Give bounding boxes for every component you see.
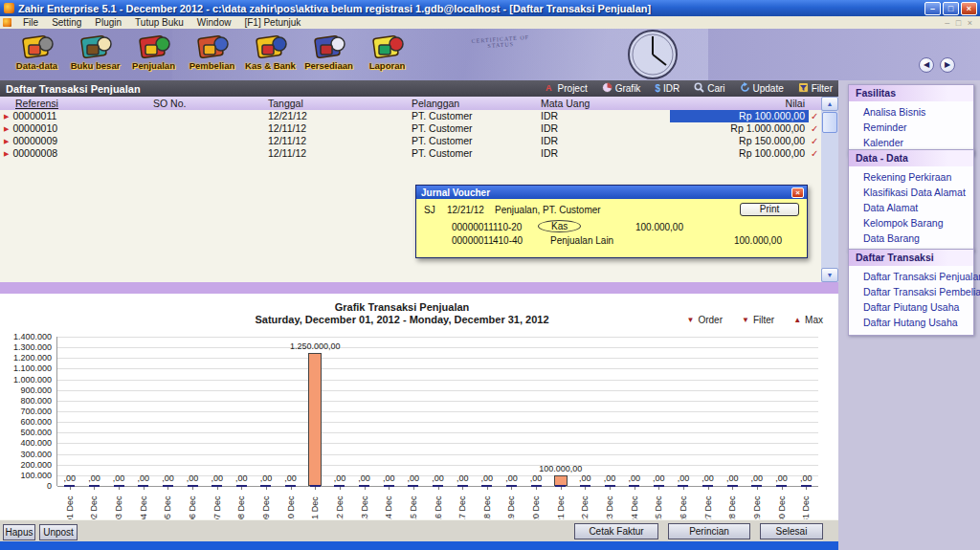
y-axis-label: 0 bbox=[0, 481, 52, 491]
unpost-button[interactable]: Unpost bbox=[39, 524, 78, 540]
x-axis-label: 09 Dec bbox=[261, 491, 271, 523]
toolbar-item-pembelian[interactable]: Pembelian bbox=[183, 32, 241, 71]
toolbar-item-data-data[interactable]: Data-data bbox=[8, 32, 66, 71]
toolbar-item-label: Data-data bbox=[8, 61, 66, 71]
zero-value-label: ,00 bbox=[187, 473, 199, 483]
toolbar-item-laporan[interactable]: Laporan bbox=[358, 32, 416, 71]
status-strip bbox=[0, 541, 838, 550]
scrollbar-thumb[interactable] bbox=[822, 112, 837, 133]
cell-so_no bbox=[144, 122, 258, 135]
chart-button-label: Order bbox=[698, 315, 723, 325]
bar-11-dec[interactable] bbox=[308, 353, 322, 486]
restore-icon[interactable]: □ bbox=[943, 2, 959, 15]
chart-button-filter[interactable]: ▼Filter bbox=[742, 315, 774, 325]
menu-item-setting[interactable]: Setting bbox=[45, 17, 88, 28]
sidebar-item-daftar-piutang-usaha[interactable]: Daftar Piutang Usaha bbox=[863, 301, 973, 313]
toolbar-item-penjualan[interactable]: Penjualan bbox=[124, 32, 183, 71]
arrow-down-icon: ▼ bbox=[742, 316, 749, 324]
mdi-window-controls-icon[interactable]: – □ × bbox=[945, 18, 980, 28]
menu-item-window[interactable]: Window bbox=[190, 17, 238, 28]
chart-button-order[interactable]: ▼Order bbox=[687, 315, 723, 325]
voucher-close-icon[interactable]: × bbox=[791, 187, 804, 198]
sidebar-item-kelompok-barang[interactable]: Kelompok Barang bbox=[863, 217, 973, 229]
action-cari[interactable]: Cari bbox=[694, 82, 724, 95]
selesai-button[interactable]: Selesai bbox=[760, 523, 823, 539]
zero-value-label: ,00 bbox=[604, 473, 616, 483]
data-data-icon bbox=[16, 32, 58, 61]
sidebar-item-data-alamat[interactable]: Data Alamat bbox=[863, 202, 973, 213]
menu-item-tutup-buku[interactable]: Tutup Buku bbox=[128, 17, 190, 28]
sidebar-item-kalender[interactable]: Kalender bbox=[863, 137, 973, 148]
x-axis-label: 30 Dec bbox=[777, 491, 787, 523]
nav-back-icon[interactable]: ◀ bbox=[919, 57, 934, 73]
action-idr[interactable]: $IDR bbox=[655, 82, 679, 95]
column-header-tanggal[interactable]: Tanggal bbox=[258, 98, 402, 109]
table-row[interactable]: ▶0000000812/11/12PT. CustomerIDRRp 100.0… bbox=[0, 147, 821, 160]
cell-nilai: Rp 150.000,00 bbox=[670, 135, 809, 147]
action-filter[interactable]: Filter bbox=[798, 82, 833, 95]
gridline bbox=[57, 411, 818, 412]
sidebar-item-daftar-transaksi-penjualan[interactable]: Daftar Transaksi Penjualan bbox=[863, 271, 973, 282]
action-update[interactable]: Update bbox=[740, 82, 784, 95]
close-icon[interactable]: × bbox=[961, 2, 977, 15]
x-tick bbox=[806, 487, 807, 490]
x-axis-label: 08 Dec bbox=[236, 491, 246, 523]
sidebar-item-klasifikasi-data-alamat[interactable]: Klasifikasi Data Alamat bbox=[863, 187, 973, 198]
action-project[interactable]: AProject bbox=[545, 82, 588, 95]
sidebar-item-rekening-perkiraan[interactable]: Rekening Perkiraan bbox=[863, 171, 973, 183]
sidebar-item-daftar-transaksi-pembelian[interactable]: Daftar Transaksi Pembelian bbox=[863, 286, 973, 297]
cell-nilai: Rp 1.000.000,00 bbox=[670, 122, 809, 135]
zero-value-label: ,00 bbox=[260, 473, 273, 483]
sidebar-item-analisa-bisnis[interactable]: Analisa Bisnis bbox=[863, 106, 973, 118]
toolbar-item-buku-besar[interactable]: Buku besar bbox=[66, 32, 124, 71]
cetak-faktur-button[interactable]: Cetak Faktur bbox=[574, 523, 658, 539]
table-row[interactable]: ▶0000000912/11/12PT. CustomerIDRRp 150.0… bbox=[0, 135, 821, 147]
menu-item-plugin[interactable]: Plugin bbox=[88, 17, 128, 28]
hapus-button[interactable]: Hapus bbox=[3, 524, 35, 540]
posted-check-icon: ✓ bbox=[809, 110, 821, 122]
cell-pelanggan: PT. Customer bbox=[402, 135, 531, 147]
child-window-icon bbox=[3, 18, 11, 27]
sidebar-item-reminder[interactable]: Reminder bbox=[863, 121, 973, 133]
list-title: Daftar Transaksi Penjualan bbox=[6, 83, 141, 95]
voucher-title-bar[interactable]: Jurnal Voucher × bbox=[416, 186, 807, 199]
x-axis-label: 12 Dec bbox=[335, 491, 345, 523]
column-header-nilai[interactable]: Nilai bbox=[670, 98, 809, 109]
chart-button-max[interactable]: ▲Max bbox=[793, 315, 823, 325]
column-header-mata_uang[interactable]: Mata Uang bbox=[531, 98, 670, 109]
gridline bbox=[57, 368, 818, 369]
column-header-referensi[interactable]: Referensi bbox=[0, 98, 144, 109]
gridline bbox=[57, 443, 818, 444]
x-axis-label: 28 Dec bbox=[727, 491, 737, 523]
title-bar: Zahir Enterprise 5.1 - December 2012 - c… bbox=[0, 0, 980, 16]
table-row[interactable]: ▶0000001112/21/12PT. CustomerIDRRp 100.0… bbox=[0, 110, 821, 122]
sidebar-item-daftar-hutang-usaha[interactable]: Daftar Hutang Usaha bbox=[863, 317, 973, 328]
column-header-pelanggan[interactable]: Pelanggan bbox=[402, 98, 531, 109]
perincian-button[interactable]: Perincian bbox=[668, 523, 750, 539]
menu-item-file[interactable]: File bbox=[16, 17, 45, 28]
minimize-icon[interactable]: – bbox=[924, 2, 941, 15]
zero-value-label: ,00 bbox=[457, 473, 469, 483]
line-account-name-circled: Kas bbox=[538, 220, 581, 232]
line-ref: 00000011 bbox=[452, 235, 494, 246]
print-button[interactable]: Print bbox=[740, 203, 799, 216]
action-grafik[interactable]: Grafik bbox=[602, 82, 641, 95]
scroll-down-icon[interactable]: ▼ bbox=[821, 268, 838, 282]
sidebar-item-data-barang[interactable]: Data Barang bbox=[863, 232, 973, 244]
x-axis-label: 18 Dec bbox=[482, 491, 492, 523]
column-header-so_no[interactable]: SO No. bbox=[144, 98, 258, 109]
x-tick bbox=[340, 487, 341, 490]
y-axis-label: 700.000 bbox=[0, 407, 52, 416]
clock-decoration bbox=[624, 29, 681, 80]
nav-forward-icon[interactable]: ▶ bbox=[940, 57, 955, 73]
gridline bbox=[57, 358, 818, 359]
cell-tanggal: 12/21/12 bbox=[258, 110, 402, 122]
x-tick bbox=[438, 487, 439, 490]
menu-item--f1-petunjuk[interactable]: [F1] Petunjuk bbox=[237, 17, 307, 28]
toolbar-item-kas-bank[interactable]: Kas & Bank bbox=[241, 32, 300, 71]
scroll-up-icon[interactable]: ▲ bbox=[821, 97, 838, 111]
toolbar-item-persediaan[interactable]: Persediaan bbox=[300, 32, 358, 71]
table-scrollbar[interactable]: ▲ ▼ bbox=[821, 97, 838, 282]
table-row[interactable]: ▶0000001012/11/12PT. CustomerIDRRp 1.000… bbox=[0, 122, 821, 135]
svg-text:A: A bbox=[546, 83, 552, 93]
